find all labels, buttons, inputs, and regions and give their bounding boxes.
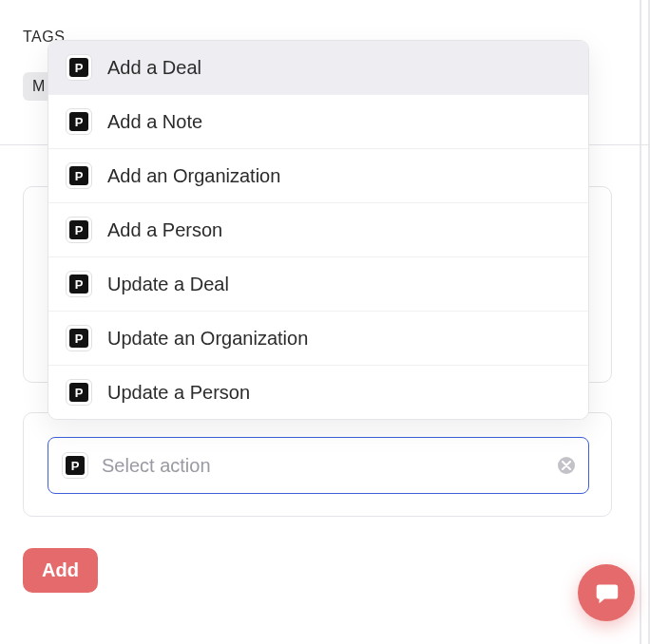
dropdown-item-update-person[interactable]: P Update a Person <box>48 366 588 419</box>
dropdown-item-label: Add a Person <box>107 219 222 241</box>
pipedrive-icon: P <box>66 217 92 243</box>
pipedrive-icon: P <box>66 379 92 406</box>
pipedrive-icon: P <box>62 452 88 479</box>
clear-icon[interactable] <box>558 457 575 474</box>
dropdown-item-label: Update a Deal <box>107 274 229 295</box>
action-dropdown: P Add a Deal P Add a Note P Add an Organ… <box>48 40 589 420</box>
dropdown-item-label: Update an Organization <box>107 328 308 350</box>
pipedrive-icon: P <box>66 271 92 297</box>
pipedrive-icon: P <box>66 162 92 189</box>
dropdown-item-update-deal[interactable]: P Update a Deal <box>48 257 588 312</box>
dropdown-item-update-organization[interactable]: P Update an Organization <box>48 312 588 366</box>
pipedrive-icon: P <box>66 325 92 351</box>
pipedrive-icon: P <box>66 54 92 81</box>
dropdown-item-label: Update a Person <box>107 382 250 404</box>
scroll-rail-inner <box>640 0 641 644</box>
dropdown-item-add-deal[interactable]: P Add a Deal <box>48 41 588 95</box>
dropdown-item-label: Add a Note <box>107 111 202 133</box>
p-glyph: P <box>66 456 85 475</box>
dropdown-item-add-note[interactable]: P Add a Note <box>48 95 588 149</box>
dropdown-item-label: Add an Organization <box>107 165 280 187</box>
dropdown-item-add-person[interactable]: P Add a Person <box>48 203 588 257</box>
pipedrive-icon: P <box>66 108 92 135</box>
action-select-input[interactable] <box>102 455 545 477</box>
action-select[interactable]: P <box>48 437 589 494</box>
chat-icon <box>592 578 621 607</box>
add-button[interactable]: Add <box>23 548 98 593</box>
chat-launcher[interactable] <box>578 564 635 621</box>
dropdown-item-label: Add a Deal <box>107 57 201 79</box>
dropdown-item-add-organization[interactable]: P Add an Organization <box>48 149 588 203</box>
